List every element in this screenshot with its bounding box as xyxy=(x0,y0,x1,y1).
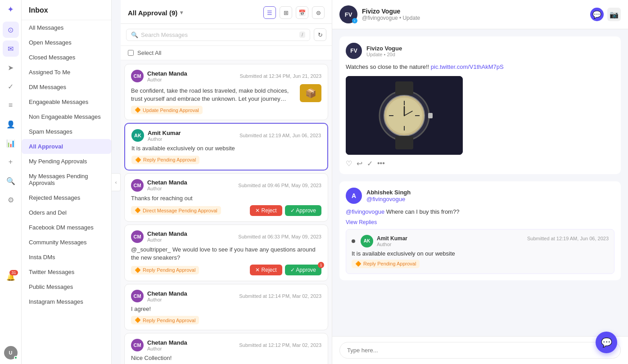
reply-button[interactable]: ↩ xyxy=(357,159,362,168)
table-row[interactable]: CM Chetan Manda Author Submitted at 12:1… xyxy=(124,284,328,330)
message-time: Submitted at 06:33 PM, May 09, 2023 xyxy=(238,234,321,239)
comment-text: @fivingovogue Where can I buy this from?… xyxy=(346,208,614,215)
sidebar-item-facebook-dm[interactable]: Facebook DM messages xyxy=(22,220,111,235)
sidebar-item-open-messages[interactable]: Open Messages xyxy=(22,35,111,50)
message-list-panel: All Approval (9) ▾ ☰ ⊞ 📅 ⊜ 🔍 Search Mess… xyxy=(121,0,332,364)
comment-mention: @fivingovogue xyxy=(346,208,384,215)
chart-nav-icon[interactable]: 📊 xyxy=(3,135,19,151)
brand-info: FV t Fivizo Vogue @fivingovogue • Update xyxy=(339,5,420,23)
sidebar-item-instagram[interactable]: Instagram Messages xyxy=(22,294,111,309)
sidebar-collapse-button[interactable]: ‹ xyxy=(112,173,121,191)
tag-icon: 🔶 xyxy=(355,261,361,267)
message-time: Submitted at 09:46 PM, May 09, 2023 xyxy=(238,183,321,188)
refresh-icon[interactable]: ↻ xyxy=(314,28,326,41)
grid-view-icon[interactable]: ⊞ xyxy=(280,6,292,19)
message-card-header: CM Chetan Manda Author Submitted at 12:1… xyxy=(131,339,321,351)
sidebar-item-twitter[interactable]: Twitter Messages xyxy=(22,265,111,279)
send-nav-icon[interactable]: ➤ xyxy=(3,59,19,76)
message-thumbnail: 📦 xyxy=(300,84,321,102)
detail-panel-header: FV t Fivizo Vogue @fivingovogue • Update… xyxy=(332,0,628,29)
message-tag: 🔶 Update Pending Approval xyxy=(131,106,203,114)
home-nav-icon[interactable]: ⊙ xyxy=(3,22,19,38)
table-row[interactable]: CM Chetan Manda Author Submitted at 09:4… xyxy=(124,173,328,222)
reply-thread-dot xyxy=(352,239,355,243)
brand-name: Fivizo Vogue xyxy=(362,8,420,15)
approve-post-button[interactable]: ✓ xyxy=(367,159,373,168)
svg-rect-11 xyxy=(395,136,413,149)
camera-icon[interactable]: 📷 xyxy=(607,8,621,21)
user-avatar-wrap[interactable]: U xyxy=(4,346,18,360)
post-meta: Update • 20d xyxy=(366,52,402,57)
more-options-button[interactable]: ••• xyxy=(377,159,385,168)
reject-button[interactable]: ✕ Reject xyxy=(250,205,282,216)
plus-nav-icon[interactable]: + xyxy=(3,154,19,170)
author-name: Amit Kumar xyxy=(148,130,181,136)
tag-icon: 🔶 xyxy=(135,207,141,213)
floating-chat-button[interactable]: 💬 xyxy=(596,332,617,353)
svg-rect-10 xyxy=(428,113,433,118)
person-nav-icon[interactable]: 👤 xyxy=(3,116,19,132)
sidebar-item-non-engageable[interactable]: Non Engageable Messages xyxy=(22,109,111,124)
sidebar-item-closed-messages[interactable]: Closed Messages xyxy=(22,50,111,65)
like-button[interactable]: ♡ xyxy=(346,159,352,168)
sidebar-item-oders-del[interactable]: Oders and Del xyxy=(22,205,111,220)
inbox-nav-icon[interactable]: ✉ xyxy=(3,40,19,57)
sidebar-item-spam[interactable]: Spam Messages xyxy=(22,124,111,139)
sidebar-item-community[interactable]: Community Messages xyxy=(22,235,111,250)
avatar: AK xyxy=(131,129,144,142)
sidebar-item-all-messages[interactable]: All Messages xyxy=(22,20,111,35)
search-input[interactable]: 🔍 Search Messages / xyxy=(126,29,310,41)
calendar-icon[interactable]: 📅 xyxy=(296,6,308,19)
approve-button[interactable]: ✓ Approve 1 xyxy=(285,265,321,275)
reject-button[interactable]: ✕ Reject xyxy=(250,265,282,275)
filter-icon[interactable]: ⊜ xyxy=(312,6,325,19)
sidebar-item-engageable[interactable]: Engageable Messages xyxy=(22,94,111,109)
message-author: CM Chetan Manda Author xyxy=(131,339,187,351)
author-name: Chetan Manda xyxy=(147,179,187,186)
search-nav-icon[interactable]: 🔍 xyxy=(3,173,19,189)
list-nav-icon[interactable]: ≡ xyxy=(3,97,19,113)
sidebar-item-all-approval[interactable]: All Approval xyxy=(22,139,111,154)
post-link[interactable]: pic.twitter.com/V1thAkM7pS xyxy=(431,63,504,70)
sidebar-item-rejected[interactable]: Rejected Messages xyxy=(22,190,111,205)
view-replies-button[interactable]: View Replies xyxy=(346,219,377,225)
sidebar-item-dm-messages[interactable]: DM Messages xyxy=(22,80,111,94)
sidebar-item-assigned-to-me[interactable]: Assigned To Me xyxy=(22,65,111,80)
message-time: Submitted at 12:34 PM, Jun 21, 2023 xyxy=(239,73,321,79)
table-row[interactable]: CM Chetan Manda Author Submitted at 06:3… xyxy=(124,225,328,281)
sidebar-item-my-pending[interactable]: My Pending Approvals xyxy=(22,154,111,169)
chat-icon[interactable]: 💬 xyxy=(590,8,604,21)
gear-nav-icon[interactable]: ⚙ xyxy=(3,192,19,208)
detail-panel: FV t Fivizo Vogue @fivingovogue • Update… xyxy=(332,0,628,364)
approve-button[interactable]: ✓ Approve xyxy=(285,205,321,216)
check-nav-icon[interactable]: ✓ xyxy=(3,78,19,94)
post-action-buttons: ♡ ↩ ✓ ••• xyxy=(346,159,614,168)
notification-badge: 31 xyxy=(9,270,18,275)
table-row[interactable]: CM Chetan Manda Author Submitted at 12:3… xyxy=(124,64,328,120)
message-time: Submitted at 12:14 PM, Mar 02, 2023 xyxy=(239,293,321,299)
author-role: Author xyxy=(147,186,187,191)
avatar: CM xyxy=(131,339,144,351)
sidebar-item-public[interactable]: Public Messages xyxy=(22,279,111,294)
original-post: FV Fivizo Vogue Update • 20d Watches so … xyxy=(339,36,621,174)
select-all-label: Select All xyxy=(137,49,161,56)
action-buttons: ✕ Reject ✓ Approve xyxy=(250,205,321,216)
table-row[interactable]: CM Chetan Manda Author Submitted at 12:1… xyxy=(124,333,328,364)
notifications-icon[interactable]: 🔔 31 xyxy=(3,269,19,285)
panel-title[interactable]: All Approval (9) ▾ xyxy=(128,9,183,17)
message-input[interactable] xyxy=(339,342,621,359)
panel-title-text: All Approval (9) xyxy=(128,9,177,17)
sidebar-item-insta-dm[interactable]: Insta DMs xyxy=(22,250,111,265)
table-row[interactable]: AK Amit Kumar Author Submitted at 12:19 … xyxy=(124,123,328,170)
icon-bar: ✦ ⊙ ✉ ➤ ✓ ≡ 👤 📊 + 🔍 ⚙ 🔔 31 U xyxy=(0,0,22,364)
post-text: Watches so close to the nature!! pic.twi… xyxy=(346,63,614,72)
message-author: AK Amit Kumar Author xyxy=(131,129,181,142)
list-view-icon[interactable]: ☰ xyxy=(263,6,276,19)
select-all-checkbox[interactable] xyxy=(128,50,134,56)
sidebar-item-my-messages-pending[interactable]: My Messages Pending Approvals xyxy=(22,169,111,190)
post-content-area: FV Fivizo Vogue Update • 20d Watches so … xyxy=(332,29,628,336)
author-name: Chetan Manda xyxy=(147,339,187,346)
commenter-avatar: A xyxy=(346,188,362,204)
search-icon: 🔍 xyxy=(131,31,138,38)
author-role: Author xyxy=(148,136,181,142)
